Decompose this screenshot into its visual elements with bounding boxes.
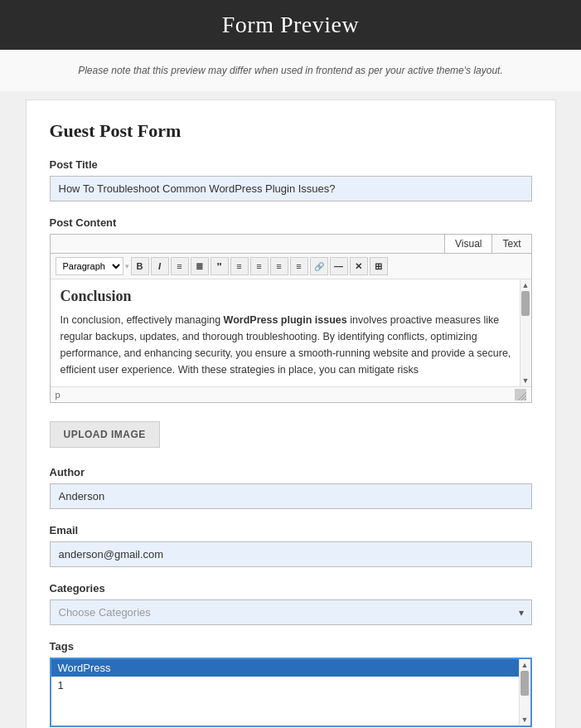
upload-image-button[interactable]: UPLOAD IMAGE: [50, 421, 160, 448]
notice-text: Please note that this preview may differ…: [78, 65, 503, 76]
tags-area[interactable]: WordPress 1 ▲ ▼: [50, 658, 532, 727]
ul-button[interactable]: ≡: [171, 257, 189, 275]
svg-line-2: [525, 399, 526, 400]
remove-button[interactable]: ✕: [350, 257, 368, 275]
scroll-down-icon[interactable]: ▼: [522, 376, 530, 385]
form-container: Guest Post Form Post Title Post Content …: [26, 99, 556, 728]
editor-wrapper: Visual Text Paragraph Heading 1 Heading …: [50, 234, 532, 403]
post-title-group: Post Title: [50, 158, 532, 201]
editor-tag-indicator: p: [56, 390, 61, 400]
editor-toolbar: Paragraph Heading 1 Heading 2 Heading 3 …: [51, 254, 531, 279]
page-content: Guest Post Form Post Title Post Content …: [9, 91, 573, 728]
notice-bar: Please note that this preview may differ…: [0, 50, 581, 91]
select-arrow-icon: ▾: [125, 262, 129, 270]
tags-label: Tags: [50, 640, 532, 653]
post-title-label: Post Title: [50, 158, 532, 171]
editor-heading: Conclusion: [61, 288, 520, 305]
tags-scroll-down-icon[interactable]: ▼: [521, 716, 529, 724]
editor-body: Conclusion In conclusion, effectively ma…: [51, 279, 531, 386]
tags-inner: WordPress 1: [51, 659, 519, 726]
author-label: Author: [50, 466, 532, 478]
scroll-thumb: [521, 291, 530, 316]
categories-select[interactable]: Choose Categories WordPress Technology W…: [50, 599, 532, 625]
author-group: Author: [50, 466, 532, 509]
post-title-input[interactable]: [50, 176, 532, 201]
resize-handle[interactable]: [515, 389, 526, 400]
page-header: Form Preview: [0, 0, 581, 50]
justify-button[interactable]: ≡: [290, 257, 308, 275]
tags-scroll-up-icon[interactable]: ▲: [521, 661, 529, 669]
more-button[interactable]: —: [330, 257, 348, 275]
categories-select-wrapper: Choose Categories WordPress Technology W…: [50, 599, 532, 625]
email-input[interactable]: [50, 541, 532, 567]
page-title: Form Preview: [222, 12, 359, 37]
italic-button[interactable]: I: [151, 257, 169, 275]
tab-text[interactable]: Text: [492, 235, 530, 253]
align-left-button[interactable]: ≡: [230, 257, 249, 275]
post-content-group: Post Content Visual Text Paragraph Headi…: [50, 216, 532, 403]
align-right-button[interactable]: ≡: [270, 257, 288, 275]
tags-group: Tags WordPress 1 ▲ ▼: [50, 640, 532, 727]
editor-paragraph: In conclusion, effectively managing Word…: [61, 312, 520, 378]
blockquote-button[interactable]: ": [211, 257, 229, 275]
tags-scroll-thumb: [520, 671, 529, 696]
paragraph-select[interactable]: Paragraph Heading 1 Heading 2 Heading 3: [56, 257, 123, 275]
editor-tabs: Visual Text: [51, 235, 531, 254]
editor-content-area[interactable]: Conclusion In conclusion, effectively ma…: [51, 279, 520, 386]
editor-footer: p: [51, 386, 531, 402]
tags-scrollbar[interactable]: ▲ ▼: [519, 659, 530, 726]
tags-input-value[interactable]: 1: [58, 679, 64, 692]
author-input[interactable]: [50, 483, 532, 509]
fullscreen-button[interactable]: ⊞: [370, 257, 388, 275]
align-center-button[interactable]: ≡: [250, 257, 269, 275]
resize-icon: [515, 389, 526, 400]
bold-text: WordPress plugin issues: [224, 314, 347, 326]
post-content-label: Post Content: [50, 216, 532, 229]
form-title: Guest Post Form: [50, 120, 532, 142]
ol-button[interactable]: ≣: [191, 257, 209, 275]
categories-group: Categories Choose Categories WordPress T…: [50, 582, 532, 625]
email-label: Email: [50, 524, 532, 536]
upload-image-group: UPLOAD IMAGE: [50, 418, 532, 451]
email-group: Email: [50, 524, 532, 567]
link-button[interactable]: 🔗: [310, 257, 328, 275]
scroll-up-icon[interactable]: ▲: [522, 281, 530, 289]
editor-scrollbar[interactable]: ▲ ▼: [520, 279, 531, 386]
tab-visual[interactable]: Visual: [444, 235, 492, 253]
tags-input-row: 1: [51, 677, 519, 694]
tags-selected-item[interactable]: WordPress: [51, 659, 519, 677]
bold-button[interactable]: B: [131, 257, 149, 275]
categories-label: Categories: [50, 582, 532, 595]
